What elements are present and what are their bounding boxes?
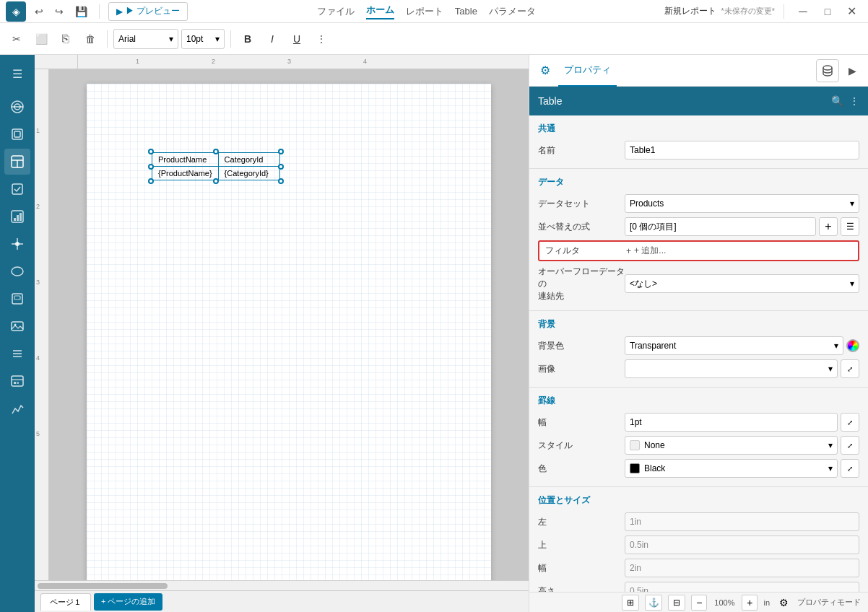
sidebar-item-image[interactable] bbox=[4, 313, 30, 339]
canvas-scroll[interactable]: ProductName CategoryId {ProductName} {Ca… bbox=[49, 69, 529, 580]
table-widget[interactable]: ProductName CategoryId {ProductName} {Ca… bbox=[152, 152, 280, 180]
menu-home[interactable]: ホーム bbox=[366, 4, 394, 19]
menu-table[interactable]: Table bbox=[455, 6, 477, 17]
handle-right[interactable] bbox=[278, 164, 284, 170]
cut-button[interactable]: ✂ bbox=[6, 28, 27, 50]
delete-button[interactable]: 🗑 bbox=[79, 28, 101, 50]
filter-row[interactable]: フィルタ + + 追加... bbox=[538, 240, 859, 261]
page-tab-1[interactable]: ページ１ bbox=[40, 593, 91, 611]
menu-parameter[interactable]: パラメータ bbox=[489, 5, 536, 18]
bold-button[interactable]: B bbox=[237, 28, 259, 50]
left-sidebar: ☰ bbox=[0, 55, 35, 612]
panel-content: 共通 名前 Table1 データ データセット Products ▾ bbox=[529, 115, 868, 592]
svg-point-28 bbox=[823, 66, 832, 70]
zoom-in-button[interactable]: + bbox=[742, 595, 758, 611]
close-button[interactable]: ✕ bbox=[842, 1, 862, 22]
sidebar-item-menu[interactable]: ☰ bbox=[4, 61, 30, 87]
handle-left[interactable] bbox=[148, 164, 154, 170]
ruler-v-5: 5 bbox=[36, 430, 40, 437]
align-button[interactable]: ⊟ bbox=[668, 595, 685, 611]
svg-rect-12 bbox=[19, 213, 22, 221]
svg-point-16 bbox=[12, 267, 23, 276]
grid-view-button[interactable]: ⊞ bbox=[622, 595, 639, 611]
border-width-input: 1pt bbox=[625, 413, 838, 432]
ruler-v-2: 2 bbox=[36, 203, 40, 210]
section-background-title: 背景 bbox=[538, 318, 859, 331]
border-color-expand[interactable]: ⤢ bbox=[841, 459, 859, 478]
handle-bottom[interactable] bbox=[213, 178, 219, 184]
underline-button[interactable]: U bbox=[286, 28, 308, 50]
link-button[interactable]: ⚓ bbox=[645, 595, 662, 611]
prop-label-top: 上 bbox=[538, 539, 625, 551]
font-size-dropdown[interactable]: 10pt ▾ bbox=[181, 29, 225, 49]
sort-add-button[interactable]: + bbox=[819, 217, 838, 236]
table-header-category: CategoryId bbox=[218, 153, 279, 167]
ruler-mark-1: 1 bbox=[136, 58, 139, 65]
filter-add-button[interactable]: + + 追加... bbox=[626, 245, 666, 257]
add-page-button[interactable]: + ページの追加 bbox=[94, 593, 162, 611]
settings-button[interactable]: ⚙ bbox=[776, 595, 791, 611]
zoom-level: 100% bbox=[713, 598, 736, 607]
maximize-button[interactable]: □ bbox=[817, 1, 838, 22]
sidebar-item-chart[interactable] bbox=[4, 204, 30, 230]
image-expand-button[interactable]: ⤢ bbox=[841, 359, 859, 378]
prop-label-border-style: スタイル bbox=[538, 440, 625, 452]
save-button[interactable]: 💾 bbox=[72, 4, 90, 19]
more-button[interactable]: ⋮ bbox=[311, 28, 332, 50]
sidebar-item-subreport[interactable] bbox=[4, 286, 30, 312]
border-style-expand[interactable]: ⤢ bbox=[841, 436, 859, 455]
sidebar-item-layers[interactable] bbox=[4, 121, 30, 147]
svg-rect-4 bbox=[14, 131, 20, 137]
tab-properties[interactable]: プロパティ bbox=[558, 55, 617, 87]
sidebar-item-ellipse[interactable] bbox=[4, 258, 30, 284]
overflow-dropdown[interactable]: <なし> ▾ bbox=[625, 274, 859, 293]
sidebar-item-data[interactable] bbox=[4, 94, 30, 120]
unit-display: in bbox=[763, 598, 770, 607]
collapse-panel-button[interactable]: ▶ bbox=[842, 61, 862, 81]
sidebar-item-table[interactable] bbox=[4, 149, 30, 175]
border-style-dropdown[interactable]: None ▾ bbox=[625, 436, 838, 455]
ruler-v-3: 3 bbox=[36, 279, 40, 286]
canvas-page: ProductName CategoryId {ProductName} {Ca… bbox=[87, 84, 491, 580]
image-dropdown[interactable]: ▾ bbox=[625, 359, 838, 378]
sidebar-item-check[interactable] bbox=[4, 176, 30, 202]
panel-search-icon[interactable]: 🔍 bbox=[831, 95, 843, 107]
panel-more-icon[interactable]: ⋮ bbox=[849, 95, 859, 107]
prop-label-left: 左 bbox=[538, 516, 625, 528]
redo-button[interactable]: ↪ bbox=[52, 4, 66, 19]
copy-button[interactable]: ⬜ bbox=[30, 28, 52, 50]
sidebar-item-chart2[interactable] bbox=[4, 395, 30, 421]
minimize-button[interactable]: ─ bbox=[793, 1, 813, 22]
sidebar-item-point[interactable] bbox=[4, 231, 30, 257]
dataset-dropdown[interactable]: Products ▾ bbox=[625, 194, 859, 213]
preview-button[interactable]: ▶ ▶ プレビュー bbox=[108, 2, 188, 21]
prop-label-border-color: 色 bbox=[538, 463, 625, 475]
zoom-out-button[interactable]: − bbox=[691, 595, 707, 611]
menu-report[interactable]: レポート bbox=[406, 5, 443, 18]
handle-bottom-left[interactable] bbox=[148, 178, 154, 184]
sort-input: [0 個の項目] bbox=[625, 217, 816, 236]
prop-value-name: Table1 bbox=[625, 141, 859, 159]
sort-menu-button[interactable]: ☰ bbox=[841, 217, 859, 236]
prop-label-sort: 並べ替えの式 bbox=[538, 221, 625, 233]
menu-file[interactable]: ファイル bbox=[317, 5, 355, 18]
horizontal-scrollbar[interactable] bbox=[35, 580, 529, 590]
border-color-dropdown[interactable]: Black ▾ bbox=[625, 459, 838, 478]
tab-data[interactable] bbox=[816, 59, 839, 82]
paste-button[interactable]: ⎘ bbox=[55, 28, 77, 50]
handle-top[interactable] bbox=[213, 149, 219, 154]
svg-rect-8 bbox=[12, 184, 22, 194]
handle-bottom-right[interactable] bbox=[278, 178, 284, 184]
handle-top-left[interactable] bbox=[148, 149, 154, 154]
italic-button[interactable]: I bbox=[261, 28, 283, 50]
svg-rect-19 bbox=[12, 322, 23, 331]
sidebar-item-list[interactable] bbox=[4, 341, 30, 367]
bgcolor-dropdown[interactable]: Transparent ▾ bbox=[625, 336, 843, 355]
handle-top-right[interactable] bbox=[278, 149, 284, 154]
section-border-title: 罫線 bbox=[538, 395, 859, 407]
font-family-dropdown[interactable]: Arial ▾ bbox=[113, 29, 178, 49]
sidebar-item-calendar[interactable] bbox=[4, 368, 30, 394]
bgcolor-swatch[interactable] bbox=[846, 339, 859, 352]
border-width-expand[interactable]: ⤢ bbox=[841, 413, 859, 432]
undo-button[interactable]: ↩ bbox=[32, 4, 46, 19]
